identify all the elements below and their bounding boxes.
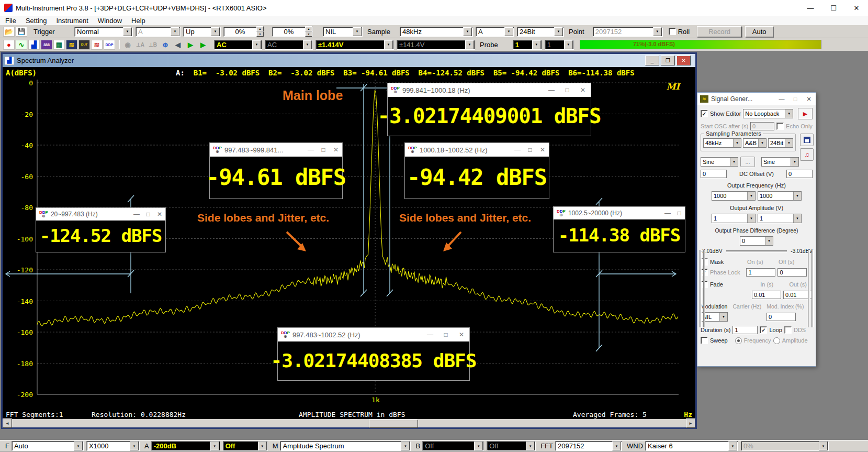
freq-axis-select[interactable]: Auto▼ <box>12 441 84 451</box>
trigger-edge-select[interactable]: Up▼ <box>183 27 221 37</box>
ddp-minimize-icon[interactable]: — <box>422 328 438 341</box>
balance-slider-track[interactable] <box>726 250 787 252</box>
run-generator-button[interactable]: ▶ <box>798 108 813 119</box>
record-button[interactable]: Record <box>697 26 742 37</box>
ddp-title-bar[interactable]: DDP⊕ 1000.18~1002.52 (Hz) —□✕ <box>405 143 549 157</box>
siggen-sampling-rate-select[interactable]: 48kHz▼ <box>703 138 741 148</box>
maximize-button[interactable]: ☐ <box>822 0 845 16</box>
wave-editor-button[interactable]: ... <box>740 157 755 167</box>
menu-setting[interactable]: Setting <box>26 17 47 25</box>
trigger-divider-select[interactable]: NIL▼ <box>323 27 363 37</box>
ddp-window-main-lobe[interactable]: DDP⊕ 999.841~1000.18 (Hz) —□✕ -3.0217440… <box>387 83 591 136</box>
fade-in-input[interactable]: 0.01 <box>752 291 781 299</box>
music-note-icon[interactable]: ♫ <box>800 148 814 161</box>
ddp-close-icon[interactable]: ✕ <box>575 83 591 97</box>
range-a-select[interactable]: ±1.414V▼ <box>315 40 394 50</box>
scroll-left-icon[interactable]: ◄ <box>3 418 12 428</box>
ddp-window-high-band[interactable]: DDP⊕ 1002.5~20000 (Hz) —□ -114.38 dBFS <box>553 206 685 252</box>
spin-down-icon[interactable]: ▼ <box>305 31 312 37</box>
probe-a-select[interactable]: 1▼ <box>513 40 542 50</box>
ddp-close-icon[interactable]: ✕ <box>454 328 469 341</box>
echo-only-checkbox[interactable] <box>776 123 784 130</box>
spin-up-icon[interactable]: ▲ <box>256 26 264 31</box>
trigger-delay-spin[interactable]: 0%▲▼ <box>272 27 313 37</box>
window-function-select[interactable]: Kaiser 6▼ <box>645 441 738 451</box>
ddp-title-bar[interactable]: DDP⊕ 999.841~1000.18 (Hz) —□✕ <box>388 83 591 97</box>
horizontal-scrollbar[interactable]: ◄ ► <box>3 419 695 427</box>
trigger-level-spin[interactable]: 0%▲▼ <box>223 27 264 37</box>
siggen-minimize-icon[interactable]: — <box>775 93 788 105</box>
probe-b-select[interactable]: 1▼ <box>545 40 574 50</box>
siggen-channels-select[interactable]: A&B▼ <box>743 138 766 148</box>
spectrum-close-button[interactable]: ✕ <box>677 56 691 65</box>
signal-generator-title-bar[interactable]: ≋ Signal Gener... —□✕ <box>697 93 816 105</box>
spectrum-analyzer-icon[interactable]: ▟ <box>28 40 40 50</box>
menu-window[interactable]: Window <box>98 17 122 25</box>
run-icon[interactable]: ▶ <box>185 40 196 50</box>
ddp-window-right-sidelobe[interactable]: DDP⊕ 1000.18~1002.52 (Hz) —□✕ -94.42 dBF… <box>404 142 549 199</box>
oscilloscope-icon[interactable]: ● <box>3 40 15 50</box>
save-icon[interactable]: 💾 <box>16 27 27 37</box>
speaker-icon[interactable]: ◀ <box>172 40 184 50</box>
frequency-a-select[interactable]: 1000▼ <box>712 191 756 201</box>
ddp-title-bar[interactable]: DDP⊕ 997.483~1002.52 (Hz) —□✕ <box>278 328 469 341</box>
ddp-window-low-band[interactable]: DDP⊕ 20~997.483 (Hz) —□✕ -124.52 dBFS <box>36 207 166 252</box>
probe-cal-a-icon[interactable]: ⊥A <box>134 40 146 50</box>
record-length-select[interactable]: 2097152▼ <box>593 27 663 37</box>
spin-up-icon[interactable]: ▲ <box>305 26 312 31</box>
dc-offset-a-input[interactable]: 0 <box>701 170 727 178</box>
coupling-b-select[interactable]: AC▼ <box>265 40 313 50</box>
loopback-select[interactable]: No Loopback▼ <box>743 109 793 118</box>
spectrum-title-bar[interactable]: ▟ Spectrum Analyzer _ ❐ ✕ <box>3 54 695 67</box>
ddp-minimize-icon[interactable]: — <box>511 143 524 157</box>
trigger-source-select[interactable]: A▼ <box>136 27 181 37</box>
show-editor-checkbox[interactable] <box>701 110 708 117</box>
siggen-maximize-icon[interactable]: □ <box>788 93 802 105</box>
signal-generator-icon[interactable]: ∿ <box>16 40 27 50</box>
ddp-close-icon[interactable]: ✕ <box>536 143 549 157</box>
chart-b-range-select[interactable]: Off▼ <box>422 441 484 451</box>
chart-a-range-select[interactable]: -200dB▼ <box>151 441 220 451</box>
ddp-title-bar[interactable]: DDP⊕ 20~997.483 (Hz) —□✕ <box>36 208 165 221</box>
spectrum-3d-plot-icon[interactable]: ≋ <box>91 40 103 50</box>
magnifier-icon[interactable]: ⊕ <box>160 40 171 50</box>
menu-help[interactable]: Help <box>131 17 145 25</box>
oscillator-icon[interactable]: ≋ <box>66 40 77 50</box>
waveform-b-select[interactable]: Sine▼ <box>761 157 799 167</box>
amplitude-a-select[interactable]: 1▼ <box>712 214 756 223</box>
chart-a2-select[interactable]: Off▼ <box>223 441 268 451</box>
sweep-frequency-radio[interactable] <box>735 337 742 344</box>
sampling-bits-select[interactable]: 24Bit▼ <box>517 27 564 37</box>
ddp-maximize-icon[interactable]: □ <box>524 143 536 157</box>
waveform-a-select[interactable]: Sine▼ <box>701 157 738 167</box>
scroll-right-icon[interactable]: ► <box>686 418 695 428</box>
sweep-checkbox[interactable] <box>701 337 708 344</box>
trigger-mode-select[interactable]: Normal▼ <box>74 27 133 37</box>
device-test-plan-icon[interactable]: ▦ <box>53 40 65 50</box>
ddp-maximize-icon[interactable]: □ <box>559 83 575 97</box>
close-button[interactable]: ✕ <box>845 0 868 16</box>
spectrum-maximize-button[interactable]: ❐ <box>661 56 675 65</box>
ddp-maximize-icon[interactable]: □ <box>673 206 685 220</box>
multimeter-icon[interactable]: 888 <box>41 40 52 50</box>
calibration-icon[interactable]: ◉ <box>122 40 133 50</box>
ddp-minimize-icon[interactable]: — <box>131 207 142 221</box>
siggen-bits-select[interactable]: 24Bit▼ <box>768 138 793 148</box>
open-file-icon[interactable]: 📂 <box>3 27 15 37</box>
probe-cal-b-icon[interactable]: ⊥B <box>147 40 159 50</box>
auto-button[interactable]: Auto <box>745 26 773 37</box>
phase-select[interactable]: 0▼ <box>740 236 773 246</box>
frequency-b-select[interactable]: 1000▼ <box>758 191 802 201</box>
ddp-minimize-icon[interactable]: — <box>305 143 317 157</box>
ddp-maximize-icon[interactable]: □ <box>317 143 330 157</box>
ddp-window-main-band[interactable]: DDP⊕ 997.483~1002.52 (Hz) —□✕ -3.0217440… <box>277 327 470 381</box>
fft-size-select[interactable]: 2097152▼ <box>555 441 622 451</box>
dc-offset-b-input[interactable]: 0 <box>786 170 813 178</box>
ddp-maximize-icon[interactable]: □ <box>438 328 454 341</box>
loop-checkbox[interactable] <box>760 326 767 334</box>
scrollbar-thumb[interactable] <box>369 420 418 428</box>
menu-instrument[interactable]: Instrument <box>56 17 88 25</box>
main-function-select[interactable]: Amplitude Spectrum▼ <box>280 441 411 451</box>
level-slider-a-track[interactable] <box>700 250 702 327</box>
spin-down-icon[interactable]: ▼ <box>256 31 264 37</box>
